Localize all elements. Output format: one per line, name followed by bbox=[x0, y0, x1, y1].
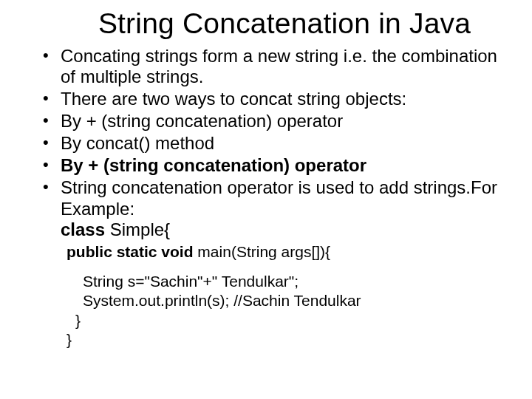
bullet-text: String concatenation operator is used to… bbox=[61, 177, 497, 218]
code-line: String s="Sachin"+" Tendulkar"; bbox=[66, 272, 502, 291]
slide: String Concatenation in Java Concating s… bbox=[0, 0, 532, 399]
list-item: There are two ways to concat string obje… bbox=[43, 89, 502, 109]
bullet-list: Concating strings form a new string i.e.… bbox=[30, 46, 502, 240]
code-block: public static void main(String args[]){ … bbox=[30, 242, 502, 349]
list-item: By + (string concatenation) operator bbox=[43, 155, 502, 176]
code-line: public static void main(String args[]){ bbox=[66, 242, 502, 262]
page-title: String Concatenation in Java bbox=[66, 7, 502, 40]
class-name: Simple{ bbox=[105, 219, 170, 239]
code-keyword: public static void bbox=[66, 243, 194, 260]
list-item: By + (string concatenation) operator bbox=[43, 111, 502, 132]
code-line: } bbox=[66, 330, 502, 349]
list-item: String concatenation operator is used to… bbox=[43, 177, 502, 239]
code-text: main(String args[]){ bbox=[194, 243, 331, 260]
list-item: By concat() method bbox=[43, 133, 502, 154]
code-line: } bbox=[66, 311, 502, 330]
code-line: System.out.println(s); //Sachin Tendulka… bbox=[66, 291, 502, 310]
bold-text: By + (string concatenation) operator bbox=[61, 155, 366, 175]
class-keyword: class bbox=[61, 219, 105, 239]
list-item: Concating strings form a new string i.e.… bbox=[43, 46, 502, 87]
